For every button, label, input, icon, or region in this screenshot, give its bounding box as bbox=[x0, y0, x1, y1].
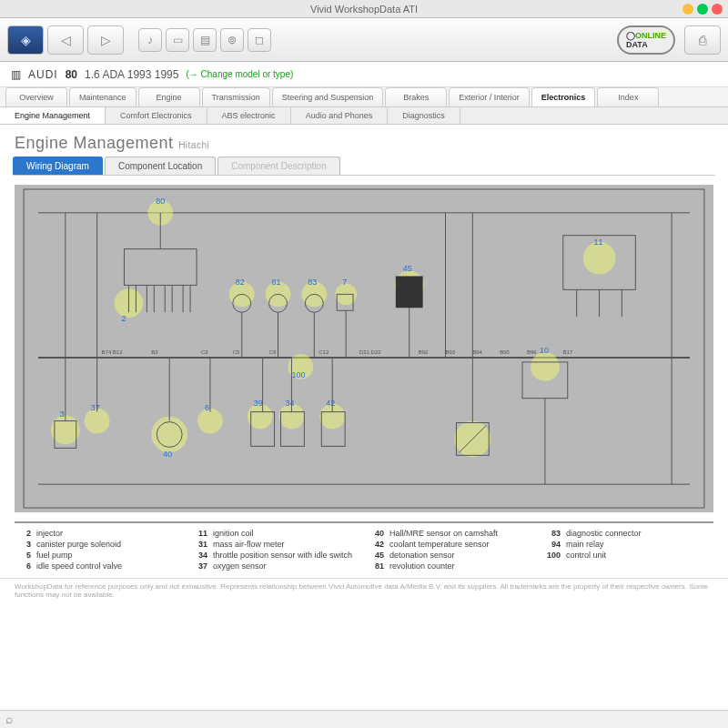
tool-1[interactable]: ♪ bbox=[138, 28, 162, 52]
svg-point-36 bbox=[85, 409, 110, 434]
callout-2: 2 bbox=[121, 314, 126, 323]
subtab-diag[interactable]: Diagnostics bbox=[388, 107, 460, 124]
svg-point-41 bbox=[197, 409, 223, 434]
page-title: Engine Management Hitachi bbox=[0, 125, 728, 157]
svg-text:B94: B94 bbox=[472, 349, 482, 355]
minimize-icon[interactable] bbox=[682, 4, 693, 15]
subtab-comfort[interactable]: Comfort Electronics bbox=[106, 107, 207, 124]
tab-transmission[interactable]: Transmission bbox=[202, 87, 270, 106]
component-legend: 2injector 11ignition coil 40Hall/MRE sen… bbox=[15, 521, 713, 571]
main-tabs: Overview Maintenance Engine Transmission… bbox=[0, 87, 728, 107]
svg-text:7: 7 bbox=[342, 278, 347, 287]
svg-point-30 bbox=[531, 352, 560, 381]
vehicle-selector: ▥ AUDI 80 1.6 ADA 1993 1995 (→ Change mo… bbox=[0, 62, 728, 87]
vehicle-make: AUDI bbox=[28, 68, 58, 81]
tool-2[interactable]: ▭ bbox=[166, 28, 189, 52]
toolbar: ◈ ◁ ▷ ♪ ▭ ▤ ⊚ ◻ ◯ONLINEDATA ⎙ bbox=[0, 18, 728, 62]
svg-text:42: 42 bbox=[326, 399, 335, 408]
tab-brakes[interactable]: Brakes bbox=[385, 87, 447, 106]
svg-text:B96: B96 bbox=[527, 349, 537, 355]
svg-text:B74 B12: B74 B12 bbox=[102, 349, 124, 355]
tool-4[interactable]: ⊚ bbox=[220, 28, 244, 52]
tool-5[interactable]: ◻ bbox=[248, 28, 271, 52]
nav-back-button[interactable]: ◁ bbox=[47, 25, 84, 55]
titlebar: Vivid WorkshopData ATI bbox=[0, 0, 728, 18]
svg-text:C5: C5 bbox=[233, 349, 240, 355]
close-icon[interactable] bbox=[712, 4, 723, 15]
svg-text:40: 40 bbox=[163, 450, 172, 459]
svg-point-24 bbox=[583, 242, 616, 275]
svg-text:B17: B17 bbox=[563, 349, 573, 355]
content-tabs: Wiring Diagram Component Location Compon… bbox=[13, 157, 715, 176]
svg-text:45: 45 bbox=[403, 264, 412, 273]
vehicle-model: 80 bbox=[66, 68, 77, 81]
svg-text:C12: C12 bbox=[318, 349, 329, 355]
brand-logo: ◯ONLINEDATA ⎙ bbox=[617, 25, 721, 55]
window-controls bbox=[682, 4, 723, 15]
wiring-diagram[interactable]: 80 2 82 81 83 7 45 11 10 bbox=[15, 185, 713, 512]
svg-text:10: 10 bbox=[540, 346, 549, 355]
tool-3[interactable]: ▤ bbox=[193, 28, 217, 52]
print-button[interactable]: ⎙ bbox=[684, 25, 721, 55]
home-button[interactable]: ◈ bbox=[7, 25, 44, 55]
callout-80: 80 bbox=[156, 197, 165, 206]
change-model-link[interactable]: (→ Change model or type) bbox=[186, 69, 293, 79]
svg-text:81: 81 bbox=[272, 278, 281, 287]
svg-text:C9: C9 bbox=[269, 349, 277, 355]
tab-maintenance[interactable]: Maintenance bbox=[69, 87, 136, 106]
sub-tabs: Engine Management Comfort Electronics AB… bbox=[0, 107, 728, 125]
subtab-audio[interactable]: Audio and Phones bbox=[291, 107, 389, 124]
svg-text:B92: B92 bbox=[419, 349, 429, 355]
vehicle-details: 1.6 ADA 1993 1995 bbox=[85, 68, 178, 81]
tab-engine[interactable]: Engine bbox=[138, 87, 200, 106]
maximize-icon[interactable] bbox=[697, 4, 708, 15]
page-heading: Engine Management bbox=[15, 134, 174, 152]
svg-text:3: 3 bbox=[60, 409, 65, 418]
tab-index[interactable]: Index bbox=[597, 87, 659, 106]
tab-steering[interactable]: Steering and Suspension bbox=[272, 87, 384, 106]
svg-text:83: 83 bbox=[308, 278, 317, 287]
zoom-icon[interactable]: ⌕ bbox=[5, 712, 13, 726]
ctab-description: Component Description bbox=[217, 157, 340, 175]
tab-overview[interactable]: Overview bbox=[5, 87, 67, 106]
status-bar: ⌕ bbox=[0, 710, 728, 728]
svg-text:B3: B3 bbox=[151, 349, 158, 355]
nav-forward-button[interactable]: ▷ bbox=[87, 25, 124, 55]
svg-text:34: 34 bbox=[285, 399, 294, 408]
svg-text:11: 11 bbox=[594, 238, 603, 247]
svg-rect-22 bbox=[396, 276, 423, 308]
vehicle-icon: ▥ bbox=[11, 68, 21, 81]
footnote: WorkshopData for reference purposes only… bbox=[0, 578, 728, 602]
svg-text:37: 37 bbox=[91, 403, 100, 412]
ctab-wiring[interactable]: Wiring Diagram bbox=[13, 157, 103, 175]
svg-rect-6 bbox=[124, 249, 197, 286]
subtab-abs[interactable]: ABS electronic bbox=[207, 107, 291, 124]
window-title: Vivid WorkshopData ATI bbox=[310, 4, 418, 15]
svg-text:D21 D22: D21 D22 bbox=[359, 349, 381, 355]
svg-text:B95: B95 bbox=[500, 349, 510, 355]
svg-text:39: 39 bbox=[254, 399, 263, 408]
ctab-location[interactable]: Component Location bbox=[105, 157, 216, 175]
svg-text:82: 82 bbox=[236, 278, 245, 287]
tab-electronics[interactable]: Electronics bbox=[531, 87, 596, 106]
page-sub: Hitachi bbox=[178, 140, 209, 150]
svg-text:6: 6 bbox=[205, 403, 209, 412]
tab-exterior[interactable]: Exterior / Interior bbox=[449, 87, 530, 106]
svg-text:100: 100 bbox=[291, 370, 305, 379]
svg-text:B93: B93 bbox=[446, 349, 456, 355]
subtab-engine-mgmt[interactable]: Engine Management bbox=[0, 107, 106, 124]
data-logo-icon: ◯ONLINEDATA bbox=[617, 25, 675, 55]
svg-text:C3: C3 bbox=[201, 349, 208, 355]
